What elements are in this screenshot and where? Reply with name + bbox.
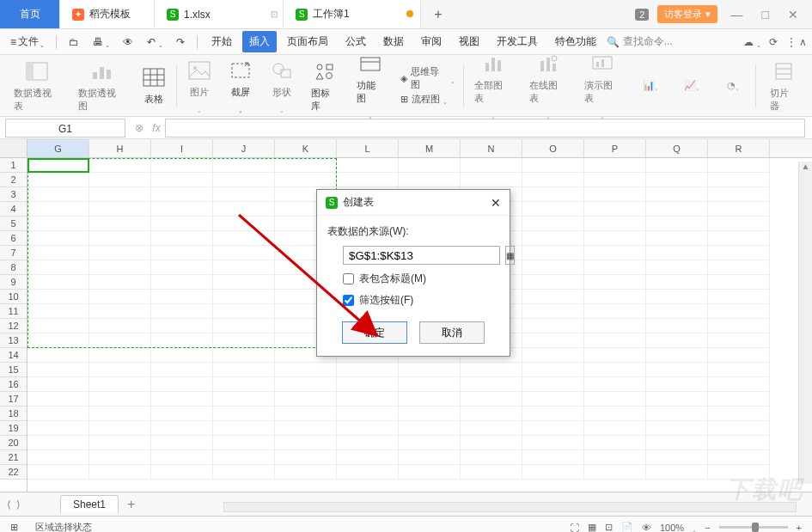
btn-flowchart[interactable]: ⊞ 流程图 ˯: [400, 93, 455, 106]
btn-table[interactable]: 表格: [135, 65, 173, 106]
close-icon[interactable]: ✕: [491, 196, 501, 210]
btn-func-chart[interactable]: 功能图 ˯: [350, 52, 392, 119]
btn-demochart[interactable]: 演示图表 ˯: [577, 52, 629, 119]
formula-input[interactable]: [165, 119, 805, 138]
row-header[interactable]: 22: [0, 465, 27, 480]
sheet-nav-last[interactable]: ⟩: [16, 498, 21, 511]
btn-line-dd[interactable]: 📈˯: [673, 74, 711, 98]
btn-pivotchart[interactable]: 数据透视图: [71, 59, 132, 113]
btn-slicer[interactable]: 切片器: [763, 59, 805, 113]
tab-insert[interactable]: 插入: [242, 31, 277, 52]
row-header[interactable]: 21: [0, 450, 27, 465]
qat-save[interactable]: 🗀: [64, 34, 84, 51]
tab-templates[interactable]: ✦ 稻壳模板: [60, 0, 155, 28]
tab-devtools[interactable]: 开发工具: [490, 31, 545, 52]
tab-start[interactable]: 开始: [205, 31, 239, 52]
collapse-ribbon[interactable]: ⋮ ∧: [786, 36, 807, 48]
view-reading-icon[interactable]: 👁: [642, 523, 651, 533]
close-icon[interactable]: ✕: [783, 8, 803, 21]
select-all-corner[interactable]: [0, 139, 27, 158]
row-header[interactable]: 16: [0, 377, 27, 392]
col-header[interactable]: O: [522, 139, 584, 157]
zoom-value[interactable]: 100%: [660, 523, 684, 533]
checkbox-header[interactable]: [343, 273, 354, 284]
qat-redo[interactable]: ↷: [171, 34, 190, 51]
col-header[interactable]: H: [89, 139, 151, 157]
vertical-scrollbar[interactable]: ▲: [798, 162, 812, 484]
cancel-button[interactable]: 取消: [419, 321, 485, 344]
row-header[interactable]: 7: [0, 246, 27, 260]
row-header[interactable]: 1: [0, 158, 27, 173]
btn-iconlib[interactable]: 图标库: [304, 59, 346, 113]
row-header[interactable]: 11: [0, 304, 27, 319]
btn-pivottable[interactable]: 数据透视表: [7, 59, 68, 113]
btn-picture[interactable]: 图片 ˯: [180, 58, 218, 113]
row-header[interactable]: 2: [0, 173, 27, 187]
row-header[interactable]: 13: [0, 333, 27, 348]
column-headers[interactable]: GHIJKLMNOPQR: [27, 139, 812, 158]
minimize-icon[interactable]: ―: [726, 8, 748, 21]
btn-shapes[interactable]: 形状 ˯: [263, 58, 301, 113]
row-header[interactable]: 14: [0, 348, 27, 363]
close-icon[interactable]: ⊡: [271, 9, 278, 19]
row-header[interactable]: 20: [0, 436, 27, 450]
ok-button[interactable]: 确定: [342, 321, 407, 344]
tab-file-2[interactable]: S 工作簿1: [284, 0, 421, 28]
command-search[interactable]: 🔍 查找命令...: [607, 34, 673, 49]
btn-bar-dd[interactable]: 📊˯: [632, 74, 669, 98]
row-header[interactable]: 17: [0, 392, 27, 407]
source-input[interactable]: [343, 246, 500, 265]
cloud-icon[interactable]: ☁ ˯: [743, 36, 760, 48]
layout-toggle-icon[interactable]: ⊞: [10, 522, 18, 532]
checkbox-filter[interactable]: [343, 295, 354, 306]
range-picker-icon[interactable]: ▦: [505, 246, 515, 265]
view-normal-icon[interactable]: ▦: [588, 522, 596, 532]
btn-pie-dd[interactable]: ◔˯: [714, 74, 752, 98]
sheet-nav-first[interactable]: ⟨: [7, 498, 11, 511]
row-header[interactable]: 15: [0, 363, 27, 377]
tab-data[interactable]: 数据: [376, 31, 411, 52]
col-header[interactable]: G: [27, 139, 89, 157]
fx-icon[interactable]: fx: [148, 122, 165, 134]
col-header[interactable]: R: [708, 139, 770, 157]
zoom-out[interactable]: −: [705, 523, 710, 533]
row-header[interactable]: 10: [0, 290, 27, 304]
tab-view[interactable]: 视图: [452, 31, 486, 52]
col-header[interactable]: P: [584, 139, 646, 157]
tab-layout[interactable]: 页面布局: [280, 31, 335, 52]
new-tab-button[interactable]: +: [421, 0, 455, 28]
add-sheet-button[interactable]: +: [127, 497, 135, 512]
row-header[interactable]: 19: [0, 421, 27, 436]
btn-screenshot[interactable]: 截屏 ˯: [222, 58, 259, 113]
qat-preview[interactable]: 👁: [118, 34, 138, 51]
menu-hamburger[interactable]: ≡ 文件 ˯: [5, 32, 49, 52]
col-header[interactable]: I: [151, 139, 213, 157]
row-header[interactable]: 4: [0, 202, 27, 217]
notification-badge[interactable]: 2: [635, 9, 649, 21]
col-header[interactable]: K: [275, 139, 337, 157]
row-header[interactable]: 8: [0, 260, 27, 275]
col-header[interactable]: L: [337, 139, 399, 157]
row-header[interactable]: 9: [0, 275, 27, 290]
zoom-slider[interactable]: [719, 526, 788, 529]
row-header[interactable]: 12: [0, 319, 27, 333]
row-header[interactable]: 18: [0, 407, 27, 421]
tab-feature[interactable]: 特色功能: [548, 31, 603, 52]
col-header[interactable]: J: [213, 139, 275, 157]
btn-allcharts[interactable]: 全部图表 ˯: [467, 52, 519, 119]
row-header[interactable]: 5: [0, 217, 27, 231]
tab-review[interactable]: 审阅: [414, 31, 449, 52]
view-pagebreak-icon[interactable]: ⊡: [605, 522, 613, 532]
btn-mindmap[interactable]: ◈ 思维导图 ˯: [400, 65, 455, 91]
zoom-in[interactable]: +: [797, 523, 802, 533]
view-layout-icon[interactable]: 📄: [621, 522, 633, 532]
sheet-tab[interactable]: Sheet1: [60, 495, 119, 513]
row-header[interactable]: 3: [0, 187, 27, 202]
fullscreen-icon[interactable]: ⛶: [570, 523, 579, 533]
qat-undo[interactable]: ↶ ˯: [142, 34, 167, 51]
row-header[interactable]: 6: [0, 231, 27, 246]
btn-onlinechart[interactable]: 在线图表 ˯: [522, 52, 574, 119]
col-header[interactable]: Q: [646, 139, 708, 157]
name-box[interactable]: G1: [5, 119, 125, 138]
fx-cancel[interactable]: ⊗: [131, 122, 148, 134]
